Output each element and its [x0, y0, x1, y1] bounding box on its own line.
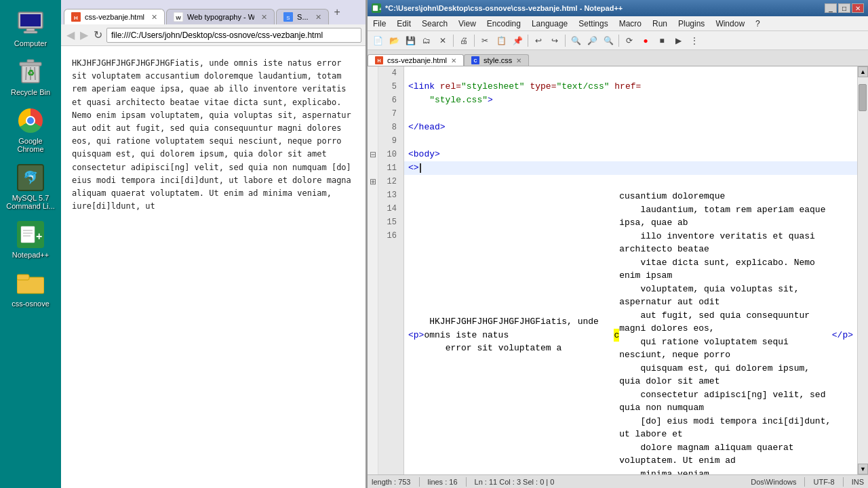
scroll-down-button[interactable]: ▼	[858, 464, 868, 474]
toolbar-print[interactable]: 🖨	[456, 33, 471, 48]
menu-help[interactable]: ?	[750, 18, 766, 30]
s-tab-close[interactable]: ✕	[315, 13, 321, 22]
svg-text:S: S	[286, 15, 290, 21]
desktop-icon-chrome[interactable]: GoogleChrome	[3, 104, 58, 156]
fold-4	[368, 66, 378, 80]
svg-text:W: W	[176, 15, 181, 21]
desktop-icon-recycle-bin[interactable]: ♻ Recycle Bin	[3, 56, 58, 99]
browser-tab-css-vezbanje[interactable]: H css-vezbanje.html ✕	[64, 9, 165, 24]
toolbar-save-all[interactable]: 🗂	[419, 33, 434, 48]
menu-search[interactable]: Search	[416, 18, 453, 30]
minimize-button[interactable]: _	[825, 3, 837, 13]
menu-window[interactable]: Window	[710, 18, 750, 30]
toolbar-find[interactable]: 🔍	[568, 33, 583, 48]
toolbar-more[interactable]: ⋮	[687, 33, 702, 48]
svg-text:C: C	[474, 58, 477, 63]
status-sep-1	[419, 477, 420, 487]
toolbar-record[interactable]: ●	[638, 33, 653, 48]
toolbar-zoom-in[interactable]: 🔎	[585, 33, 599, 48]
menu-run[interactable]: Run	[647, 18, 673, 30]
toolbar-new[interactable]: 📄	[370, 33, 385, 48]
browser-content: HKJHFJGHFJHGFJHGFJHGFiatis, unde omnis i…	[61, 46, 366, 488]
desktop-icon-notepadpp[interactable]: + Notepad++	[3, 218, 58, 262]
tab-label: css-vezbanje.html	[85, 13, 144, 21]
desktop-icon-mysql[interactable]: 🐬 MySQL 5.7Command Li...	[3, 161, 58, 213]
fold-8	[368, 121, 378, 134]
tab-close-btn[interactable]: ✕	[151, 13, 157, 22]
npp-tab-style-css[interactable]: C style.css ✕	[464, 54, 529, 66]
fold-17	[368, 243, 378, 256]
fold-margin: ⊟ ⊞	[368, 66, 378, 474]
fold-7	[368, 107, 378, 121]
toolbar-zoom-out[interactable]: 🔍	[601, 33, 616, 48]
toolbar-open[interactable]: 📂	[387, 33, 401, 48]
desktop-icon-css-osnove[interactable]: css-osnove	[3, 267, 58, 310]
browser-nav-bar: ◀ ▶ ↻	[61, 24, 366, 46]
toolbar-play[interactable]: ▶	[671, 33, 686, 48]
mysql-icon: 🐬	[17, 164, 44, 191]
fold-12[interactable]: ⊞	[368, 175, 378, 188]
toolbar-stop[interactable]: ■	[654, 33, 669, 48]
line-num-10: 10	[378, 148, 399, 161]
toolbar-sync[interactable]: ⟳	[622, 33, 637, 48]
toolbar-separator-2	[474, 35, 475, 47]
toolbar-paste[interactable]: 📌	[510, 33, 525, 48]
menu-settings[interactable]: Settings	[573, 18, 613, 30]
menu-file[interactable]: File	[368, 18, 391, 30]
status-sep-4	[843, 477, 844, 487]
address-bar[interactable]	[106, 28, 361, 43]
code-line-11: <>	[404, 161, 857, 175]
notepadpp-label: Notepad++	[12, 251, 49, 259]
toolbar-separator-4	[565, 35, 566, 47]
menu-edit[interactable]: Edit	[391, 18, 416, 30]
npp-vertical-scrollbar[interactable]: ▲ ▼	[857, 66, 868, 474]
svg-rect-5	[20, 62, 41, 66]
menu-encoding[interactable]: Encoding	[481, 18, 526, 30]
fold-13	[368, 188, 378, 202]
npp-tab-style-css-close[interactable]: ✕	[516, 57, 521, 64]
toolbar-save[interactable]: 💾	[403, 33, 418, 48]
toolbar-redo[interactable]: ↪	[547, 33, 562, 48]
toolbar-undo[interactable]: ↩	[531, 33, 546, 48]
menu-plugins[interactable]: Plugins	[673, 18, 710, 30]
back-button[interactable]: ◀	[65, 28, 76, 41]
computer-icon	[17, 9, 44, 37]
svg-text:+: +	[36, 230, 42, 242]
wiki-tab-close[interactable]: ✕	[261, 13, 267, 22]
svg-text:🐬: 🐬	[23, 170, 39, 185]
menu-language[interactable]: Language	[526, 18, 573, 30]
browser-tab-bar: H css-vezbanje.html ✕ W Web typography -…	[61, 0, 366, 24]
scroll-up-button[interactable]: ▲	[858, 66, 868, 77]
browser-tab-wikipedia[interactable]: W Web typography - Wikiped... ✕	[166, 9, 275, 24]
fold-11	[368, 161, 378, 175]
chrome-label: GoogleChrome	[17, 137, 43, 153]
menu-view[interactable]: View	[453, 18, 481, 30]
svg-text:♻: ♻	[27, 68, 35, 78]
npp-title: *C:\Users\john\Desktop\css-osnove\css-ve…	[385, 4, 623, 12]
browser-tab-s[interactable]: S S... ✕	[276, 9, 329, 24]
code-editor[interactable]: <link rel= "stylesheet" type= "text/css"…	[404, 66, 857, 474]
scroll-thumb[interactable]	[859, 84, 867, 111]
toolbar-close[interactable]: ✕	[435, 33, 450, 48]
toolbar-copy[interactable]: 📋	[494, 33, 509, 48]
line-num-14: 14	[378, 202, 399, 216]
npp-tab-css-vezbanje-close[interactable]: ✕	[451, 57, 456, 64]
line-num-13: 13	[378, 188, 399, 202]
code-line-6: "style.css" >	[404, 94, 857, 107]
maximize-button[interactable]: □	[838, 3, 850, 13]
cursor	[420, 163, 421, 173]
npp-titlebar-icon: +	[372, 3, 381, 13]
desktop-icon-computer[interactable]: Computer	[3, 7, 58, 50]
svg-text:H: H	[377, 58, 380, 63]
close-button[interactable]: ✕	[852, 3, 864, 13]
line-num-9: 9	[378, 134, 399, 148]
fold-10[interactable]: ⊟	[368, 148, 378, 161]
menu-macro[interactable]: Macro	[614, 18, 647, 30]
new-tab-button[interactable]: +	[330, 6, 344, 18]
npp-tab-css-vezbanje[interactable]: H css-vezbanje.html ✕	[368, 54, 464, 66]
svg-rect-2	[26, 28, 35, 31]
wiki-tab-label: Web typography - Wikiped...	[187, 13, 254, 21]
forward-button[interactable]: ▶	[79, 28, 90, 41]
toolbar-cut[interactable]: ✂	[477, 33, 492, 48]
refresh-button[interactable]: ↻	[92, 28, 104, 41]
